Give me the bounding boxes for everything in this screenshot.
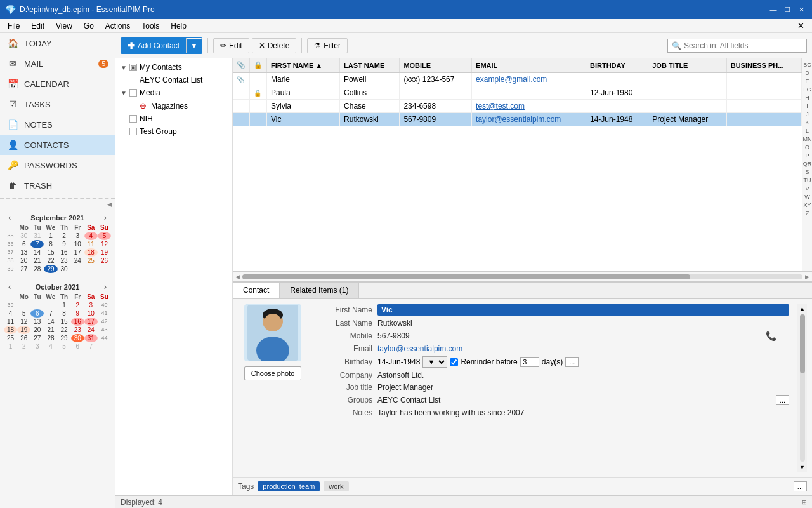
cal-cell[interactable]: 3 — [71, 232, 84, 240]
tree-checkbox[interactable] — [129, 89, 137, 97]
cal-cell[interactable]: 30 — [71, 334, 84, 342]
edit-button[interactable]: ✏ Edit — [213, 38, 249, 53]
alpha-tu[interactable]: TU — [804, 177, 811, 185]
cal-cell[interactable]: 4 — [4, 309, 17, 318]
cal-cell[interactable]: 6 — [30, 309, 44, 318]
cal-cell[interactable]: 4 — [44, 342, 57, 351]
scroll-left-btn[interactable]: ◀ — [233, 274, 242, 280]
cal-cell[interactable]: 22 — [44, 257, 57, 265]
tab-related-items[interactable]: Related Items (1) — [280, 283, 359, 298]
menu-edit[interactable]: Edit — [26, 20, 49, 32]
cal-cell[interactable]: 16 — [58, 248, 71, 257]
tree-item-nih[interactable]: NIH — [115, 112, 232, 125]
cal-cell[interactable]: 7 — [44, 309, 57, 318]
col-business-phone[interactable]: BUSINESS PH... — [726, 58, 801, 72]
tab-contact[interactable]: Contact — [233, 283, 280, 298]
search-box[interactable]: 🔍 — [667, 39, 807, 53]
filter-button[interactable]: ⚗ Filter — [307, 38, 348, 53]
nav-calendar[interactable]: 📅 CALENDAR — [0, 74, 115, 94]
nav-notes[interactable]: 📄 NOTES — [0, 114, 115, 135]
cal-cell[interactable]: 5 — [17, 309, 30, 318]
detail-vscroll[interactable]: ▲ ▼ — [797, 304, 807, 472]
alpha-qr[interactable]: QR — [803, 160, 812, 168]
cal-cell[interactable]: 30 — [17, 232, 30, 240]
cal-cell[interactable]: 9 — [71, 309, 84, 318]
vscroll-up-btn[interactable]: ▲ — [798, 304, 806, 313]
cal-cell[interactable]: 1 — [58, 301, 71, 309]
cal-cell[interactable]: 17 — [84, 318, 98, 326]
cal-cell[interactable]: 15 — [58, 318, 71, 326]
alpha-s[interactable]: S — [805, 168, 809, 177]
col-birthday[interactable]: BIRTHDAY — [586, 58, 648, 72]
cal-cell[interactable]: 2 — [58, 232, 71, 240]
mini-cal-next-sept[interactable]: › — [102, 213, 108, 222]
cal-cell[interactable]: 12 — [98, 240, 111, 248]
menu-view[interactable]: View — [51, 20, 77, 32]
tree-item-magazines[interactable]: ⊖ Magazines — [115, 99, 232, 112]
expand-icon[interactable]: ▼ — [121, 64, 127, 71]
add-contact-button[interactable]: ✚ Add Contact — [121, 38, 187, 53]
alpha-h[interactable]: H — [805, 94, 809, 102]
sidebar-collapse[interactable]: ◀ — [0, 198, 115, 209]
nav-today[interactable]: 🏠 TODAY — [0, 33, 115, 53]
tree-checkbox[interactable] — [129, 115, 137, 123]
cal-cell[interactable]: 21 — [44, 326, 57, 334]
cal-cell[interactable]: 3 — [84, 301, 98, 309]
cal-cell[interactable]: 2 — [71, 301, 84, 309]
cal-cell[interactable]: 14 — [44, 318, 57, 326]
cal-cell[interactable]: 26 — [98, 257, 111, 265]
mini-cal-next-oct[interactable]: › — [102, 282, 108, 291]
alpha-k[interactable]: K — [805, 119, 809, 127]
menu-file[interactable]: File — [3, 20, 25, 32]
choose-photo-button[interactable]: Choose photo — [244, 366, 302, 380]
add-contact-button-group[interactable]: ✚ Add Contact ▼ — [121, 37, 202, 54]
cal-cell[interactable]: 25 — [84, 257, 98, 265]
email-cell[interactable]: test@test.com — [472, 100, 586, 113]
tree-item-my-contacts[interactable]: ▼ ▣ My Contacts — [115, 61, 232, 74]
cal-cell[interactable]: 12 — [17, 318, 30, 326]
cal-cell[interactable]: 6 — [17, 240, 30, 248]
menu-tools[interactable]: Tools — [136, 20, 164, 32]
menu-go[interactable]: Go — [79, 20, 99, 32]
cal-cell[interactable]: 13 — [17, 248, 30, 257]
cal-cell[interactable]: 31 — [30, 232, 44, 240]
nav-trash[interactable]: 🗑 TRASH — [0, 175, 115, 196]
table-row[interactable]: Vic Rutkowski 567-9809 taylor@essentialp… — [233, 113, 802, 126]
title-bar-controls[interactable]: — ☐ ✕ — [768, 4, 807, 15]
cal-cell[interactable]: 11 — [4, 318, 17, 326]
cal-cell[interactable]: 18 — [4, 326, 17, 334]
nav-contacts[interactable]: 👤 CONTACTS — [0, 135, 115, 155]
app-close-button[interactable]: ✕ — [792, 20, 809, 32]
reminder-options-button[interactable]: ... — [565, 357, 579, 367]
alpha-bc[interactable]: BC — [803, 61, 811, 69]
menu-help[interactable]: Help — [166, 20, 192, 32]
close-button[interactable]: ✕ — [796, 4, 807, 15]
cal-cell[interactable]: 8 — [44, 240, 57, 248]
cal-cell[interactable]: 20 — [17, 257, 30, 265]
reminder-checkbox[interactable] — [450, 358, 458, 366]
cal-cell[interactable]: 19 — [17, 326, 30, 334]
cal-cell[interactable]: 29 — [58, 334, 71, 342]
cal-cell[interactable]: 8 — [58, 309, 71, 318]
col-mobile[interactable]: MOBILE — [400, 58, 472, 72]
cal-cell[interactable]: 9 — [58, 240, 71, 248]
tree-checkbox[interactable]: ▣ — [129, 64, 137, 71]
cal-cell[interactable]: 23 — [71, 326, 84, 334]
alpha-o[interactable]: O — [805, 144, 809, 152]
email-value[interactable]: taylor@essentialpim.com — [377, 344, 789, 353]
alpha-w[interactable]: W — [804, 193, 810, 201]
cal-cell[interactable]: 30 — [58, 265, 71, 273]
alpha-mn[interactable]: MN — [803, 135, 812, 144]
cal-cell[interactable]: 2 — [17, 342, 30, 351]
cal-cell[interactable]: 22 — [58, 326, 71, 334]
cal-cell[interactable]: 1 — [44, 232, 57, 240]
tree-item-test-group[interactable]: Test Group — [115, 125, 232, 138]
alpha-d[interactable]: D — [805, 69, 809, 77]
cal-cell[interactable]: 25 — [4, 334, 17, 342]
mini-cal-prev-sept[interactable]: ‹ — [6, 213, 13, 222]
col-last-name[interactable]: LAST NAME — [340, 58, 400, 72]
scroll-right-btn[interactable]: ▶ — [802, 274, 812, 280]
search-input[interactable] — [684, 41, 802, 50]
cal-cell[interactable]: 21 — [30, 257, 44, 265]
alpha-xy[interactable]: XY — [803, 201, 811, 210]
